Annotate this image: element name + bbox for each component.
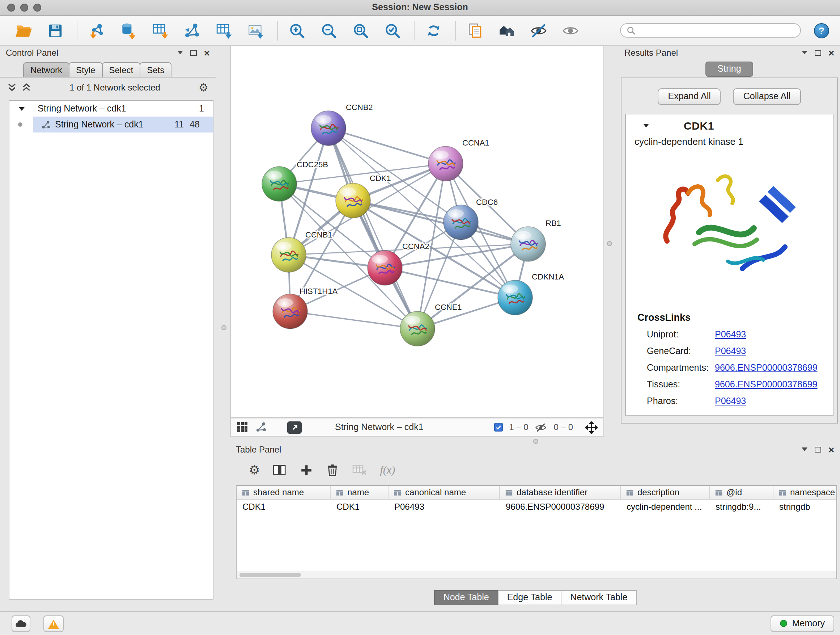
tab-network[interactable]: Network [23,62,69,77]
expand-all-button[interactable]: Expand All [658,88,721,105]
tab-edge-table[interactable]: Edge Table [498,590,562,605]
network-edge[interactable] [385,268,515,298]
folder-open-icon [14,21,32,40]
show-panel-button[interactable] [560,20,580,41]
delete-table-button[interactable] [352,463,368,477]
node-table[interactable]: shared name name canonical name database… [236,485,837,579]
move-crosshair-icon[interactable] [585,421,598,433]
panel-float-icon[interactable] [815,50,821,55]
scrollbar-thumb[interactable] [240,572,301,577]
tab-style[interactable]: Style [69,62,103,77]
column-header[interactable]: name [331,486,388,499]
export-network-button[interactable] [182,20,202,41]
panel-close-icon[interactable]: × [829,49,834,56]
column-header[interactable]: database identifier [500,486,621,499]
network-node-RB1[interactable]: RB1 [511,219,561,261]
crosslink-value[interactable]: 9606.ENSP00000378699 [715,363,818,373]
panel-close-icon[interactable]: × [829,446,834,453]
zoom-fit-button[interactable] [350,20,370,41]
window-close-button[interactable] [7,4,15,11]
crosslink-label: GeneCard: [647,346,715,356]
horizontal-splitter-handle[interactable] [533,439,538,444]
table-settings-gear-icon[interactable]: ⚙ [249,464,260,475]
cloud-status-button[interactable] [11,615,30,632]
crosslink-value[interactable]: P06493 [715,396,746,406]
search-input[interactable] [639,25,794,35]
selected-checkbox-icon[interactable] [494,423,502,432]
tab-network-table[interactable]: Network Table [561,590,637,605]
network-node-CDK1[interactable]: CDK1 [336,174,391,218]
table-row[interactable]: CDK1 CDK1 P06493 9606.ENSP00000378699 cy… [237,500,836,513]
collapse-all-button[interactable]: Collapse All [733,88,801,105]
panel-menu-icon[interactable] [177,51,183,57]
zoom-selected-button[interactable] [382,20,402,41]
network-node-CCNB1[interactable]: CCNB1 [271,230,332,272]
import-network-button[interactable] [86,20,106,41]
collapse-all-icon[interactable] [7,82,17,92]
network-node-CDC6[interactable]: CDC6 [444,198,498,240]
network-view[interactable]: CCNB2CCNA1CDC25BCDK1CDC6RB1CCNB1CCNA2CDK… [230,46,604,418]
network-edge[interactable] [328,128,446,164]
hide-panel-button[interactable] [528,20,548,41]
memory-button[interactable]: Memory [771,615,834,632]
panel-close-icon[interactable]: × [204,49,210,56]
import-network-from-database-button[interactable] [118,20,138,41]
network-share-button[interactable] [256,421,267,433]
warnings-button[interactable]: ! [43,615,64,632]
network-node-CCNA1[interactable]: CCNA1 [428,138,489,181]
column-header[interactable]: namespace [774,486,836,499]
protein-structure-image [657,151,802,296]
table-toolbar: ⚙ f(x) [249,461,840,478]
column-header[interactable]: shared name [237,486,331,499]
network-node-CDKN1A[interactable]: CDKN1A [498,272,564,315]
tab-node-table[interactable]: Node Table [434,590,499,605]
zoom-out-button[interactable] [318,20,339,41]
delete-column-button[interactable] [326,462,340,478]
network-edge[interactable] [353,201,528,244]
copy-document-button[interactable] [464,20,485,41]
horizontal-scrollbar[interactable] [237,571,836,578]
crosslink-value[interactable]: P06493 [715,329,746,340]
panel-menu-icon[interactable] [802,51,807,57]
gear-icon[interactable]: ⚙ [199,82,208,93]
tab-select[interactable]: Select [102,62,141,77]
network-row-selected[interactable]: String Network – cdk1 11 48 [9,117,213,133]
export-image-button[interactable] [245,20,265,41]
panel-float-icon[interactable] [190,50,197,55]
save-session-button[interactable] [45,20,65,41]
expand-all-icon[interactable] [22,82,31,92]
window-zoom-button[interactable] [33,4,41,11]
apply-layout-button[interactable] [423,20,444,41]
crosslink-value[interactable]: 9606.ENSP00000378699 [715,379,818,390]
tree-collapse-icon[interactable] [19,107,25,113]
panel-float-icon[interactable] [815,447,821,452]
network-canvas[interactable]: CCNB2CCNA1CDC25BCDK1CDC6RB1CCNB1CCNA2CDK… [231,46,603,417]
column-header[interactable]: @id [710,486,774,499]
network-edge[interactable] [328,128,417,329]
help-button[interactable]: ? [814,22,830,38]
import-table-button[interactable] [150,20,170,41]
select-columns-button[interactable] [272,463,287,477]
network-node-HIST1H1A[interactable]: HIST1H1A [273,287,338,329]
grid-view-button[interactable] [237,421,248,433]
panel-menu-icon[interactable] [802,448,807,454]
function-builder-button[interactable]: f(x) [380,464,395,476]
crosslink-value[interactable]: P06493 [715,346,746,356]
open-session-button[interactable] [13,20,33,41]
export-table-button[interactable] [213,20,234,41]
tab-sets[interactable]: Sets [140,62,172,77]
add-column-button[interactable] [300,463,314,477]
gene-collapse-icon[interactable] [643,124,649,130]
results-panel-title: Results Panel [624,48,678,57]
network-collection-row[interactable]: String Network – cdk1 1 [9,101,213,117]
vertical-splitter-handle[interactable] [607,241,612,246]
column-header[interactable]: description [621,486,710,499]
network-edge[interactable] [290,311,417,329]
birdseye-view-button[interactable] [287,421,302,433]
window-minimize-button[interactable] [20,4,28,11]
column-header[interactable]: canonical name [388,486,500,499]
zoom-in-button[interactable] [286,20,307,41]
vertical-splitter-handle[interactable] [221,325,226,330]
tab-string[interactable]: String [705,62,753,77]
show-all-networks-button[interactable] [496,20,516,41]
